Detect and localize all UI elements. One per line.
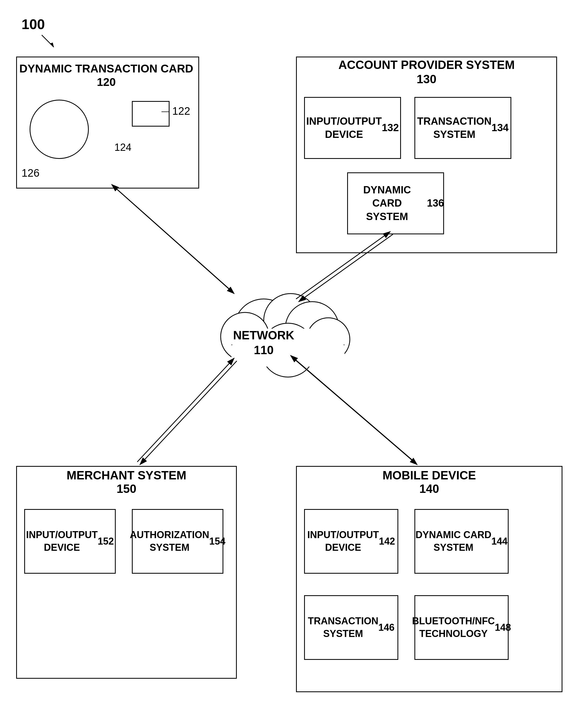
svg-point-2 [234, 299, 293, 358]
dtc-small-rect [132, 101, 169, 127]
dynamic-card-system-136-text: DYNAMIC CARDSYSTEM136 [347, 172, 444, 234]
bluetooth-nfc-148-text: BLUETOOTH/NFCTECHNOLOGY148 [414, 595, 508, 660]
transaction-system-134-text: TRANSACTIONSYSTEM134 [414, 97, 511, 159]
svg-rect-8 [231, 329, 344, 361]
dynamic-card-system-144-text: DYNAMIC CARDSYSTEM144 [414, 509, 508, 574]
svg-line-17 [137, 358, 234, 462]
svg-line-0 [42, 35, 54, 47]
svg-point-3 [264, 293, 317, 347]
svg-line-18 [293, 358, 417, 465]
transaction-system-146-text: TRANSACTIONSYSTEM146 [304, 595, 398, 660]
svg-line-13 [112, 184, 231, 291]
io-device-152-text: INPUT/OUTPUTDEVICE152 [24, 509, 116, 574]
io-device-142-text: INPUT/OUTPUTDEVICE142 [304, 509, 398, 574]
svg-marker-1 [50, 43, 54, 47]
diagram: 100 DYNAMIC TRANSACTION CARD 120 122 126… [0, 0, 581, 728]
dtc-circle [30, 100, 89, 159]
svg-line-16 [140, 361, 237, 465]
network-cloud [221, 293, 350, 377]
svg-point-6 [307, 318, 350, 361]
ref-number-100: 100 [22, 16, 45, 32]
dtc-title: DYNAMIC TRANSACTION CARD 120 [18, 62, 195, 89]
auth-system-154-text: AUTHORIZATIONSYSTEM154 [132, 509, 223, 574]
svg-line-19 [290, 356, 414, 462]
label-126: 126 [22, 167, 39, 179]
svg-point-7 [261, 323, 315, 377]
svg-point-5 [221, 312, 269, 361]
merchant-system-title: MERCHANT SYSTEM 150 [16, 469, 237, 496]
svg-rect-9 [232, 345, 344, 367]
svg-line-12 [113, 186, 234, 293]
label-122: 122 [172, 105, 190, 117]
svg-text:NETWORK: NETWORK [233, 329, 295, 342]
io-device-132-text: INPUT/OUTPUTDEVICE132 [304, 97, 401, 159]
mobile-device-title: MOBILE DEVICE 140 [296, 469, 562, 496]
svg-point-4 [285, 302, 339, 356]
aps-title: ACCOUNT PROVIDER SYSTEM 130 [296, 58, 557, 86]
svg-text:110: 110 [254, 343, 273, 357]
